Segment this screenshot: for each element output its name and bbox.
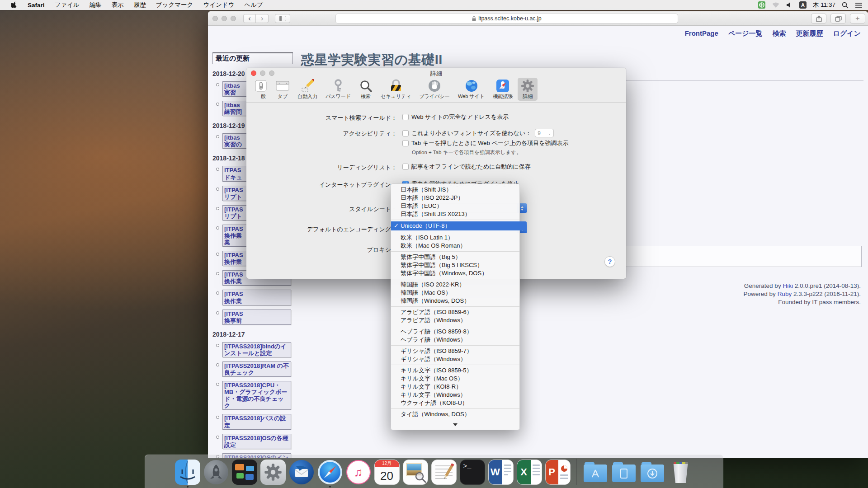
menu-window[interactable]: ウインドウ [198, 0, 239, 10]
minimize-window-button[interactable] [222, 16, 227, 21]
menu-item[interactable]: 韓国語（Windows, DOS） [391, 297, 519, 305]
site-nav-frontpage[interactable]: FrontPage [685, 29, 718, 38]
menu-item[interactable]: 日本語（ISO 2022-JP） [391, 194, 519, 202]
menu-item[interactable]: アラビア語（ISO 8859-6） [391, 308, 519, 316]
applications-folder-icon[interactable] [583, 460, 608, 485]
back-button[interactable]: ‹ [243, 14, 256, 23]
sidebar-toggle-button[interactable] [275, 14, 290, 23]
menu-item[interactable]: 繁体字中国語（Big 5） [391, 253, 519, 261]
tab-websites[interactable]: Web サイト [455, 78, 488, 101]
finder-icon[interactable] [175, 460, 200, 485]
menu-item[interactable]: 日本語（Shift JIS） [391, 186, 519, 194]
menu-item[interactable]: 韓国語（ISO 2022-KR） [391, 281, 519, 289]
menu-item[interactable]: ヘブライ語（ISO 8859-8） [391, 328, 519, 336]
tab-advanced[interactable]: 詳細 [518, 78, 538, 101]
input-source-icon[interactable]: A [799, 1, 807, 9]
checkbox-full-address[interactable] [402, 114, 409, 120]
tab-passwords[interactable]: パスワード [322, 78, 354, 101]
menu-view[interactable]: 表示 [107, 0, 129, 10]
volume-icon[interactable] [786, 2, 793, 8]
downloads-folder-icon[interactable] [640, 460, 665, 485]
menu-item[interactable]: アラビア語（Windows） [391, 316, 519, 324]
font-size-select[interactable]: 9⌄ [535, 129, 554, 137]
menu-item[interactable]: 繁体字中国語（Windows, DOS） [391, 269, 519, 277]
site-nav-history[interactable]: 更新履歴 [796, 29, 823, 38]
tab-privacy[interactable]: プライバシー [416, 78, 453, 101]
tab-tabs[interactable]: ×+ タブ [273, 78, 292, 101]
ruby-link[interactable]: Ruby [778, 291, 792, 297]
menu-item[interactable]: タイ語（Windows, DOS） [391, 410, 519, 418]
wiki-link[interactable]: [ITPASS2018]bindのインストールと設定 [222, 342, 291, 357]
calendar-icon[interactable]: 12月20 [374, 460, 400, 485]
menu-item[interactable]: キリル文字（Mac OS） [391, 375, 519, 383]
menu-item-selected[interactable]: ✓Unicode（UTF-8） [391, 221, 527, 230]
wiki-link[interactable]: [ITPASS2018]RAM の不良チェック [222, 361, 291, 377]
tab-extensions[interactable]: 機能拡張 [490, 78, 516, 101]
system-preferences-icon[interactable] [260, 460, 286, 485]
menu-item[interactable]: 韓国語（Mac OS） [391, 289, 519, 297]
wiki-link[interactable]: [ITPAS 換作業 [222, 290, 291, 305]
menu-item[interactable]: ヘブライ語（Windows） [391, 336, 519, 344]
checkbox-offline-save[interactable] [402, 164, 409, 170]
trash-icon[interactable] [668, 460, 693, 485]
tab-autofill[interactable]: 自動入力 [294, 78, 321, 101]
menu-item[interactable]: 日本語（EUC） [391, 202, 519, 210]
forward-button[interactable]: › [256, 14, 269, 23]
menu-history[interactable]: 履歴 [129, 0, 151, 10]
app-green-icon[interactable] [758, 1, 765, 9]
menu-app-name[interactable]: Safari [23, 0, 50, 10]
tab-security[interactable]: セキュリティ [377, 78, 415, 101]
tab-search[interactable]: 検索 [356, 78, 376, 101]
menu-scroll-down[interactable] [391, 422, 519, 428]
terminal-icon[interactable]: >_ [460, 460, 485, 485]
wiki-link[interactable]: [ITPAS 換事前 [222, 310, 291, 325]
site-nav-login[interactable]: ログイン [833, 29, 861, 38]
itunes-icon[interactable]: ♫ [346, 460, 371, 485]
share-button[interactable] [811, 14, 826, 23]
notification-center-icon[interactable] [855, 2, 863, 8]
menu-item[interactable]: キリル文字（KOI8-R） [391, 383, 519, 391]
menu-item[interactable]: ギリシャ語（Windows） [391, 355, 519, 363]
menu-bookmarks[interactable]: ブックマーク [151, 0, 198, 10]
wiki-link[interactable]: [ITPASS2018]OSの各種設定 [222, 434, 291, 449]
menu-item[interactable]: ギリシャ語（ISO 8859-7） [391, 347, 519, 355]
help-button[interactable]: ? [604, 256, 615, 267]
menu-item[interactable]: 繁体字中国語（Big 5 HKSCS） [391, 261, 519, 269]
menu-item[interactable]: キリル文字（Windows） [391, 391, 519, 399]
menu-item[interactable]: キリル文字（ISO 8859-5） [391, 366, 519, 375]
textedit-icon[interactable] [431, 460, 457, 485]
menu-item[interactable]: 欧米（ISO Latin 1） [391, 234, 519, 242]
checkbox-min-font-size[interactable] [402, 130, 409, 136]
menu-item[interactable]: 欧米（Mac OS Roman） [391, 242, 519, 250]
preview-icon[interactable] [403, 460, 428, 485]
zoom-window-button[interactable] [231, 16, 236, 21]
wiki-link[interactable]: [ITPASS2018]CPU・MB・グラフィックボード・電源の不良チェック [222, 381, 291, 410]
safari-icon[interactable] [317, 460, 343, 485]
word-icon[interactable]: W [488, 460, 514, 485]
site-nav-page-list[interactable]: ページ一覧 [728, 29, 763, 38]
excel-icon[interactable]: X [517, 460, 542, 485]
wiki-link[interactable]: [ITPASS2018]パスの設定 [222, 414, 291, 429]
address-bar[interactable]: itpass.scitec.kobe-u.ac.jp [335, 14, 678, 23]
menu-item[interactable]: 日本語（Shift JIS X0213） [391, 210, 519, 218]
thunderbird-icon[interactable] [289, 460, 314, 485]
menu-bar-clock[interactable]: 木 11:37 [813, 1, 835, 9]
close-window-button[interactable] [212, 16, 218, 21]
spotlight-search-icon[interactable] [842, 2, 849, 9]
site-nav-search[interactable]: 検索 [773, 29, 786, 38]
mission-control-icon[interactable] [232, 460, 257, 485]
hiki-link[interactable]: Hiki [783, 282, 793, 289]
menu-item[interactable]: ウクライナ語（KOI8-U） [391, 399, 519, 407]
powerpoint-icon[interactable]: P [545, 460, 571, 485]
menu-help[interactable]: ヘルプ [239, 0, 268, 10]
apple-menu[interactable] [6, 0, 23, 10]
tab-overview-button[interactable] [830, 14, 846, 23]
checkbox-tab-highlight[interactable] [402, 140, 409, 146]
wifi-icon[interactable] [772, 2, 780, 8]
new-tab-button[interactable]: + [850, 14, 865, 23]
documents-folder-icon[interactable] [611, 460, 637, 485]
tab-general[interactable]: 一般 [251, 78, 271, 101]
launchpad-icon[interactable] [203, 460, 229, 485]
menu-file[interactable]: ファイル [50, 0, 85, 10]
menu-edit[interactable]: 編集 [85, 0, 107, 10]
